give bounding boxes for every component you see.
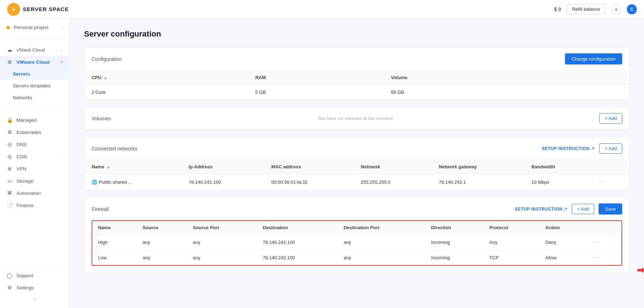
sidebar-item-vstack[interactable]: ☁ vStack Cloud ⌄ [0, 44, 69, 56]
automation-icon: ⌘ [6, 190, 13, 196]
sidebar-item-storage[interactable]: ▭ Storage [0, 175, 69, 187]
sidebar-top-section: Personal project › [0, 19, 69, 36]
kubernetes-icon: ⚙ [6, 129, 13, 135]
sidebar-item-label: Kubernetes [16, 130, 41, 135]
chevron-icon: › [62, 25, 63, 30]
logo-icon: S [7, 3, 20, 16]
sidebar-item-vmware[interactable]: ⊙ VMware Cloud ▾ [0, 56, 69, 68]
fw-direction: Incoming [425, 235, 484, 250]
volumes-add-button[interactable]: + Add [599, 113, 622, 124]
add-button[interactable]: + [611, 4, 621, 14]
sidebar-item-networks[interactable]: Networks [0, 92, 69, 104]
finance-icon: 📄 [6, 202, 13, 208]
ram-value: 5 GB [248, 85, 384, 100]
sidebar-item-managed[interactable]: 🔒 Managed [0, 114, 69, 126]
sidebar-item-support[interactable]: ◯ Support [0, 269, 69, 281]
firewall-header: Firewall SETUP INSTRUCTION ↗ + Add Save [84, 198, 629, 220]
fw-dest-port: any [338, 235, 425, 250]
row-menu-icon[interactable]: ··· [593, 254, 600, 260]
connected-networks-body: Name ▲ Ip Address MAC address Netmask Ne… [84, 160, 629, 190]
fw-name: Low [92, 250, 137, 265]
row-menu-icon[interactable]: ··· [593, 239, 600, 245]
networks-table: Name ▲ Ip Address MAC address Netmask Ne… [84, 160, 629, 190]
connected-networks-card: Connected networks SETUP INSTRUCTION ↗ +… [84, 137, 630, 190]
network-actions[interactable]: ··· [592, 174, 629, 190]
fw-source-port-header: Source Port [187, 221, 257, 235]
sidebar-item-automation[interactable]: ⌘ Automation [0, 187, 69, 199]
sidebar-services-section: 🔒 Managed ⚙ Kubernetes ◎ DNS ◎ CDN ⌄ ⊕ V… [0, 111, 69, 214]
fw-protocol-header: Protocol [484, 221, 540, 235]
collapse-sidebar-button[interactable]: < [0, 294, 69, 304]
fw-name-header: Name [92, 221, 137, 235]
network-ip: 78.140.242.100 [181, 174, 264, 190]
firewall-setup-link[interactable]: SETUP INSTRUCTION ↗ [515, 207, 567, 212]
globe-icon: 🌐 [92, 179, 97, 185]
fw-destination: 78.140.242.100 [257, 235, 338, 250]
sidebar-item-label: Managed [16, 117, 36, 123]
row-menu-icon[interactable]: ··· [599, 179, 606, 185]
refill-balance-button[interactable]: Refill balance [567, 4, 605, 14]
firewall-card: Firewall SETUP INSTRUCTION ↗ + Add Save … [84, 197, 630, 273]
fw-action: Deny [540, 235, 587, 250]
sidebar-item-vpn[interactable]: ⊕ VPN [0, 163, 69, 175]
cloud-icon: ☁ [6, 47, 13, 53]
connected-networks-header: Connected networks SETUP INSTRUCTION ↗ +… [84, 138, 629, 160]
arrow-lower-icon: ➡ [637, 265, 644, 276]
fw-name: High [92, 235, 137, 250]
vmware-icon: ⊙ [6, 59, 13, 65]
sidebar: Personal project › ☁ vStack Cloud ⌄ ⊙ VM… [0, 19, 70, 308]
sidebar-item-kubernetes[interactable]: ⚙ Kubernetes [0, 126, 69, 138]
firewall-save-button[interactable]: Save [599, 203, 622, 215]
fw-destination-header: Destination [257, 221, 338, 235]
fw-destination: 78.140.242.100 [257, 250, 338, 265]
fw-direction: Incoming [425, 250, 484, 265]
sidebar-item-finance[interactable]: 📄 Finance [0, 199, 69, 211]
fw-action: Allow [540, 250, 587, 265]
configuration-table: CPU ▲ RAM Volume 2 Core 5 GB 60 GB [84, 71, 629, 100]
fw-direction-header: Direction [425, 221, 484, 235]
configuration-card-body: CPU ▲ RAM Volume 2 Core 5 GB 60 GB [84, 71, 629, 100]
storage-icon: ▭ [6, 178, 13, 184]
external-link-icon: ↗ [564, 207, 567, 211]
sidebar-item-label: Settings [16, 285, 34, 290]
sidebar-item-settings[interactable]: ⚙ Settings [0, 281, 69, 294]
cpu-value: 2 Core [84, 85, 248, 100]
fw-source-port: any [187, 235, 257, 250]
no-volumes-message: You have no volumes at the moment [317, 116, 393, 121]
support-icon: ◯ [6, 273, 13, 278]
sidebar-item-servers-templates[interactable]: Servers templates [0, 80, 69, 92]
network-netmask: 255.255.255.0 [353, 174, 431, 190]
sidebar-item-cdn[interactable]: ◎ CDN ⌄ [0, 150, 69, 163]
configuration-card: Configuration Change configuration CPU ▲… [84, 47, 630, 100]
firewall-table: Name Source Source Port Destination Dest… [92, 221, 621, 265]
sidebar-item-label: VPN [16, 166, 26, 172]
networks-setup-link[interactable]: SETUP INSTRUCTION ↗ [542, 146, 594, 151]
volumes-card-header: Volumes You have no volumes at the momen… [84, 107, 629, 130]
gateway-column-header: Network gateway [431, 160, 524, 174]
sidebar-item-dns[interactable]: ◎ DNS [0, 138, 69, 150]
name-column-header: Name ▲ [84, 160, 181, 174]
fw-row-actions[interactable]: ··· [587, 235, 621, 250]
cpu-column-header: CPU ▲ [84, 71, 248, 85]
firewall-add-button[interactable]: + Add [572, 204, 595, 214]
firewall-body: Higher rule ➡ Name Source Source Port De… [84, 220, 629, 273]
fw-protocol: Any [484, 235, 540, 250]
networks-add-button[interactable]: + Add [599, 143, 622, 154]
page-title: Server configuration [84, 29, 630, 39]
chevron-icon: ⌄ [60, 154, 63, 159]
change-configuration-button[interactable]: Change configuration [565, 53, 622, 64]
volumes-header-mid: You have no volumes at the moment [317, 116, 393, 121]
sidebar-item-personal-project[interactable]: Personal project › [0, 21, 69, 33]
fw-source: any [137, 235, 187, 250]
annotation-container: Higher rule ➡ Name Source Source Port De… [92, 220, 622, 266]
sidebar-item-label: Servers [13, 71, 30, 77]
fw-row-actions[interactable]: ··· [587, 250, 621, 265]
network-bandwidth: 10 Mbps [524, 174, 592, 190]
network-mac: 00:50:56:01:fa:32 [264, 174, 353, 190]
fw-dest-port: any [338, 250, 425, 265]
table-row: 🌐Public shared ... 78.140.242.100 00:50:… [84, 174, 629, 190]
empty-cell [551, 85, 629, 100]
network-name: 🌐Public shared ... [84, 174, 181, 190]
firewall-table-wrapper: Name Source Source Port Destination Dest… [92, 220, 622, 266]
sidebar-item-servers[interactable]: Servers [0, 68, 69, 80]
